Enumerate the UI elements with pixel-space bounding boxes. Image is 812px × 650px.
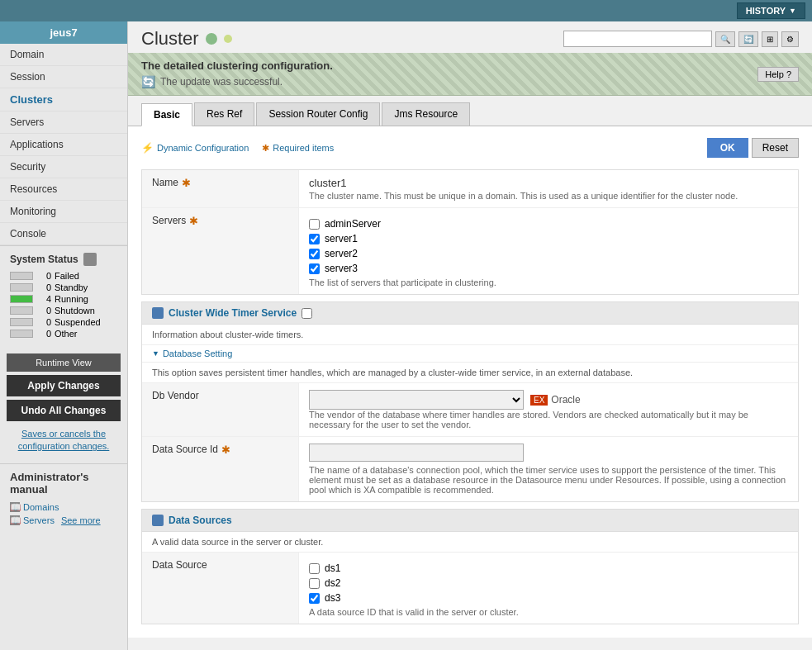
data-source-checkbox-group: ds1 ds2 ds3 xyxy=(309,559,788,607)
toolbar-right: 🔍 🔄 ⊞ ⚙ xyxy=(563,31,799,47)
status-count-other: 0 xyxy=(36,329,51,339)
page-title: Cluster xyxy=(141,28,232,50)
sidebar: jeus7 Domain Session Clusters Servers Ap… xyxy=(0,21,128,650)
save-cancel-link[interactable]: Saves or cancels the configuration chang… xyxy=(7,425,121,457)
checkbox-server2[interactable] xyxy=(309,249,320,259)
status-indicator-running xyxy=(10,295,33,303)
required-star-servers: ✱ xyxy=(189,215,198,227)
required-items-icon: ✱ xyxy=(262,143,269,154)
status-label-suspended: Suspended xyxy=(55,317,101,327)
admin-manual-title: Administrator's manual xyxy=(10,471,117,496)
search-input[interactable] xyxy=(563,31,712,47)
required-star-name: ✱ xyxy=(182,177,191,189)
checkbox-server1[interactable] xyxy=(309,234,320,244)
form-section-name: Name ✱ cluster1 The cluster name. This m… xyxy=(141,169,799,295)
dynamic-config-link[interactable]: ⚡ Dynamic Configuration xyxy=(141,142,249,154)
status-failed: 0 Failed xyxy=(10,271,117,281)
checkbox-ds1[interactable] xyxy=(309,563,320,574)
status-indicator-other xyxy=(10,330,33,338)
tab-jms-resource[interactable]: Jms Resource xyxy=(382,102,470,126)
status-label-other: Other xyxy=(55,329,78,339)
checkbox-ds3[interactable] xyxy=(309,593,320,604)
server-server1[interactable]: server1 xyxy=(309,233,788,244)
see-more-link[interactable]: See more xyxy=(61,515,101,525)
data-source-id-input[interactable] xyxy=(309,444,524,462)
search-button[interactable]: 🔍 xyxy=(715,31,735,47)
cluster-timer-enable-checkbox[interactable] xyxy=(302,308,312,319)
history-arrow-icon: ▼ xyxy=(789,7,796,15)
admin-link-servers[interactable]: 📖 Servers See more xyxy=(10,514,117,527)
sidebar-item-servers[interactable]: Servers xyxy=(0,111,127,134)
help-icon: ? xyxy=(786,69,791,79)
sidebar-item-console[interactable]: Console xyxy=(0,223,127,245)
reset-button[interactable]: Reset xyxy=(752,138,799,158)
success-message: 🔄 The update was successful. xyxy=(141,75,333,88)
history-button[interactable]: HISTORY ▼ xyxy=(737,2,805,19)
form-label-data-source: Data Source xyxy=(142,553,299,624)
success-banner-content: The detailed clustering configuration. 🔄… xyxy=(141,59,333,88)
book-icon-domains: 📖 xyxy=(10,502,20,512)
system-status-title: System Status xyxy=(10,254,78,265)
apply-changes-button[interactable]: Apply Changes xyxy=(7,375,121,396)
server-server2[interactable]: server2 xyxy=(309,248,788,259)
page-header: Cluster 🔍 🔄 ⊞ ⚙ xyxy=(128,21,812,53)
system-status-header: System Status xyxy=(10,253,117,266)
toolbar-action-buttons: OK Reset xyxy=(707,138,799,158)
form-label-name: Name ✱ xyxy=(142,170,299,207)
admin-link-domains[interactable]: 📖 Domains xyxy=(10,501,117,514)
cluster-timer-section-header: Cluster Wide Timer Service xyxy=(142,302,798,325)
sidebar-item-clusters[interactable]: Clusters xyxy=(0,88,127,111)
undo-changes-button[interactable]: Undo All Changes xyxy=(7,400,121,421)
tab-res-ref[interactable]: Res Ref xyxy=(194,102,254,126)
tab-basic[interactable]: Basic xyxy=(141,103,192,126)
checkbox-server3[interactable] xyxy=(309,263,320,274)
expand-button[interactable]: ⊞ xyxy=(762,31,778,47)
status-standby: 0 Standby xyxy=(10,282,117,292)
db-select-area: EX Oracle xyxy=(309,390,788,410)
sidebar-header: jeus7 xyxy=(0,21,127,44)
status-other: 0 Other xyxy=(10,329,117,339)
status-suspended: 0 Suspended xyxy=(10,317,117,327)
data-sources-section-icon xyxy=(152,515,164,526)
datasource-ds2[interactable]: ds2 xyxy=(309,577,788,589)
datasource-ds3[interactable]: ds3 xyxy=(309,592,788,604)
sidebar-item-applications[interactable]: Applications xyxy=(0,134,127,156)
sidebar-item-session[interactable]: Session xyxy=(0,66,127,88)
sidebar-buttons: Runtime View Apply Changes Undo All Chan… xyxy=(0,347,127,463)
datasource-ds1[interactable]: ds1 xyxy=(309,562,788,574)
server-server3[interactable]: server3 xyxy=(309,263,788,274)
form-value-name: cluster1 The cluster name. This must be … xyxy=(299,170,798,207)
server-adminserver[interactable]: adminServer xyxy=(309,218,788,230)
help-button[interactable]: Help ? xyxy=(757,67,799,82)
data-sources-section-header: Data Sources xyxy=(142,510,798,532)
checkbox-adminserver[interactable] xyxy=(309,219,320,230)
status-count-standby: 0 xyxy=(36,282,51,292)
status-label-failed: Failed xyxy=(55,271,79,281)
tab-session-router-config[interactable]: Session Router Config xyxy=(256,102,380,126)
required-items-link[interactable]: ✱ Required items xyxy=(262,142,334,154)
form-row-db-vendor: Db Vendor EX Oracle xyxy=(142,383,798,437)
sidebar-item-security[interactable]: Security xyxy=(0,156,127,178)
status-count-shutdown: 0 xyxy=(36,306,51,316)
cluster-timer-desc: Information about cluster-wide timers. xyxy=(142,325,798,345)
sidebar-item-resources[interactable]: Resources xyxy=(0,178,127,201)
sidebar-item-domain[interactable]: Domain xyxy=(0,44,127,66)
db-vendor-desc: The vendor of the database where timer h… xyxy=(309,410,788,429)
system-status-section: System Status 0 Failed 0 Standby 4 Runni… xyxy=(0,245,127,347)
db-vendor-select[interactable] xyxy=(309,390,524,410)
config-links: ⚡ Dynamic Configuration ✱ Required items xyxy=(141,142,334,154)
status-count-failed: 0 xyxy=(36,271,51,281)
sidebar-item-monitoring[interactable]: Monitoring xyxy=(0,201,127,223)
lock-icon[interactable] xyxy=(83,253,97,266)
oracle-icon: EX xyxy=(530,395,548,406)
cluster-timer-section-icon xyxy=(152,307,164,319)
checkbox-ds2[interactable] xyxy=(309,578,320,589)
runtime-view-button[interactable]: Runtime View xyxy=(7,353,121,372)
db-setting-desc: This option saves persistent timer handl… xyxy=(142,363,798,383)
status-indicator-failed xyxy=(10,272,33,280)
ok-button[interactable]: OK xyxy=(707,138,748,158)
settings-button[interactable]: ⚙ xyxy=(781,31,799,47)
refresh-button[interactable]: 🔄 xyxy=(738,31,758,47)
main-content: Cluster 🔍 🔄 ⊞ ⚙ The detailed clustering … xyxy=(128,21,812,650)
db-setting-subsection-header[interactable]: ▼ Database Setting xyxy=(142,345,798,363)
